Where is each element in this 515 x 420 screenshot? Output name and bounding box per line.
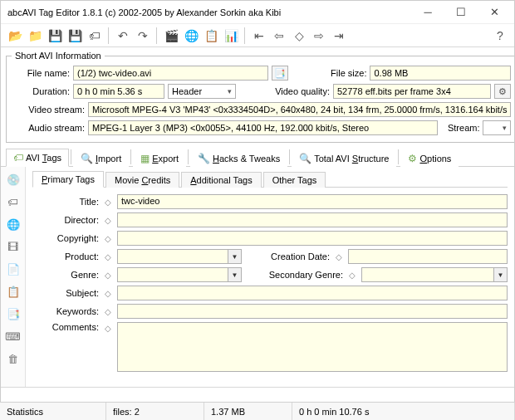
stats-icon[interactable]: 📊: [222, 27, 240, 45]
minimize-button[interactable]: ─: [411, 3, 444, 22]
help-icon[interactable]: ?: [491, 27, 509, 45]
open-file-icon[interactable]: 📂: [6, 27, 24, 45]
toolbar-separator: [108, 27, 110, 44]
keywords-input[interactable]: [117, 304, 508, 319]
genre-combo[interactable]: ▼: [117, 267, 242, 282]
quality-settings-icon[interactable]: ⚙: [494, 84, 511, 99]
director-input[interactable]: [117, 212, 508, 227]
title-label: Title:: [32, 197, 99, 207]
diamond-icon[interactable]: ◇: [346, 269, 358, 281]
duration-label: Duration:: [12, 86, 70, 96]
tab-hacks[interactable]: 🔧 Hacks & Tweaks: [190, 149, 287, 167]
short-avi-info: Short AVI Information File name: (1/2) t…: [6, 51, 515, 143]
tab-export[interactable]: ▦ Export: [133, 149, 186, 167]
diamond-icon[interactable]: ◇: [102, 305, 114, 317]
diamond-icon[interactable]: ◇: [102, 214, 114, 226]
side-doc-icon[interactable]: 📄: [4, 260, 22, 278]
tab-avi-tags[interactable]: 🏷 AVI Tags: [6, 149, 69, 167]
subtab-additional[interactable]: Additional Tags: [181, 172, 261, 188]
save-all-icon[interactable]: 💾: [66, 27, 84, 45]
keywords-label: Keywords:: [32, 306, 99, 316]
audiostream-field: MPEG-1 Layer 3 (MP3) <0x0055>, 44100 Hz,…: [88, 120, 438, 135]
side-film-icon[interactable]: 🎞: [4, 237, 22, 256]
director-label: Director:: [32, 215, 99, 225]
tags-icon[interactable]: 🏷: [86, 27, 104, 45]
creation-input[interactable]: [348, 249, 508, 264]
copy-icon[interactable]: 📋: [202, 27, 220, 45]
side-disc-icon[interactable]: 💿: [4, 170, 22, 188]
header-select-value: Header: [172, 85, 202, 98]
side-code-icon[interactable]: ⌨: [4, 327, 22, 345]
toolbar-separator: [244, 27, 246, 44]
save-icon[interactable]: 💾: [46, 27, 64, 45]
diamond-icon[interactable]: ◇: [102, 269, 114, 281]
side-paste-icon[interactable]: 📑: [4, 305, 22, 323]
videostream-field: Microsoft MPEG-4 V3 'MP43' <0x3334504D>,…: [88, 102, 511, 117]
stream-select[interactable]: ▾: [483, 120, 511, 135]
genre-label: Genre:: [32, 270, 99, 280]
diamond-icon[interactable]: ◇: [102, 251, 114, 262]
redo-icon[interactable]: ↷: [134, 27, 152, 45]
diamond-icon[interactable]: ◇: [102, 322, 114, 334]
chevron-down-icon: ▼: [228, 250, 241, 263]
tab-options[interactable]: ⚙ Options: [400, 149, 459, 167]
videoquality-field: 52778 eff.bits per frame 3x4: [333, 84, 491, 99]
comments-label: Comments:: [32, 322, 99, 332]
undo-icon[interactable]: ↶: [114, 27, 132, 45]
open-folder-icon[interactable]: 📁: [26, 27, 44, 45]
subtab-other[interactable]: Other Tags: [263, 172, 326, 188]
audiostream-label: Audio stream:: [12, 123, 85, 133]
magnifier-icon: 🔍: [81, 153, 93, 164]
videostream-label: Video stream:: [12, 105, 85, 115]
sidebar: 💿 🏷 🌐 🎞 📄 📋 📑 ⌨ 🗑: [1, 167, 26, 387]
diamond-icon[interactable]: ◇: [333, 251, 345, 262]
subtab-credits[interactable]: Movie Credits: [105, 172, 179, 188]
side-clear-icon[interactable]: 🗑: [4, 349, 22, 368]
videoquality-label: Video quality:: [259, 86, 330, 96]
nav-next-icon[interactable]: ⇨: [310, 27, 328, 45]
secgenre-label: Secondary Genre:: [255, 270, 343, 280]
title-input[interactable]: twc-video: [117, 194, 508, 209]
tab-import[interactable]: 🔍 Import: [73, 149, 129, 167]
grid-icon: ▦: [140, 153, 150, 164]
diamond-icon[interactable]: ◇: [102, 232, 114, 244]
nav-updown-icon[interactable]: ◇: [290, 27, 308, 45]
filesize-label: File size:: [316, 68, 366, 78]
duration-field: 0 h 0 min 5.36 s: [73, 84, 164, 99]
tab-separator: [130, 149, 131, 164]
subject-input[interactable]: [117, 286, 508, 300]
product-combo[interactable]: ▼: [117, 249, 242, 264]
creation-label: Creation Date:: [255, 252, 330, 261]
subtab-primary[interactable]: Primary Tags: [32, 171, 104, 188]
diamond-icon[interactable]: ◇: [102, 287, 114, 299]
video-icon[interactable]: 🎬: [162, 27, 180, 45]
tab-separator: [71, 149, 71, 164]
titlebar: abcAVI Tag Editor 1.8.1 (c) 2002-2005 by…: [1, 1, 514, 24]
maximize-button[interactable]: ☐: [444, 3, 478, 22]
header-select[interactable]: Header ▾: [168, 84, 236, 99]
window-title: abcAVI Tag Editor 1.8.1 (c) 2002-2005 by…: [7, 7, 411, 17]
stream-label: Stream:: [441, 123, 479, 133]
close-button[interactable]: ✕: [478, 3, 511, 22]
status-size: 1.37 MB: [204, 403, 292, 420]
globe-icon[interactable]: 🌐: [182, 27, 200, 45]
side-globe-icon[interactable]: 🌐: [4, 215, 22, 233]
status-label: Statistics: [0, 403, 106, 420]
copyright-input[interactable]: [117, 231, 508, 246]
tab-structure[interactable]: 🔍 Total AVI Structure: [292, 149, 396, 167]
nav-prev-icon[interactable]: ⇦: [270, 27, 288, 45]
nav-first-icon[interactable]: ⇤: [250, 27, 268, 45]
tag-icon: 🏷: [13, 152, 23, 164]
filename-field[interactable]: (1/2) twc-video.avi: [73, 66, 268, 81]
nav-last-icon[interactable]: ⇥: [330, 27, 348, 45]
secgenre-combo[interactable]: ▼: [361, 267, 508, 282]
status-bar: Statistics files: 2 1.37 MB 0 h 0 min 10…: [0, 402, 515, 420]
side-tag-icon[interactable]: 🏷: [4, 193, 22, 211]
status-files: files: 2: [106, 403, 204, 420]
filename-label: File name:: [12, 68, 70, 78]
comments-input[interactable]: [117, 322, 508, 372]
chevron-down-icon: ▾: [228, 85, 232, 98]
browse-file-icon[interactable]: 📑: [272, 66, 288, 81]
diamond-icon[interactable]: ◇: [102, 196, 114, 208]
side-copy-icon[interactable]: 📋: [4, 282, 22, 300]
